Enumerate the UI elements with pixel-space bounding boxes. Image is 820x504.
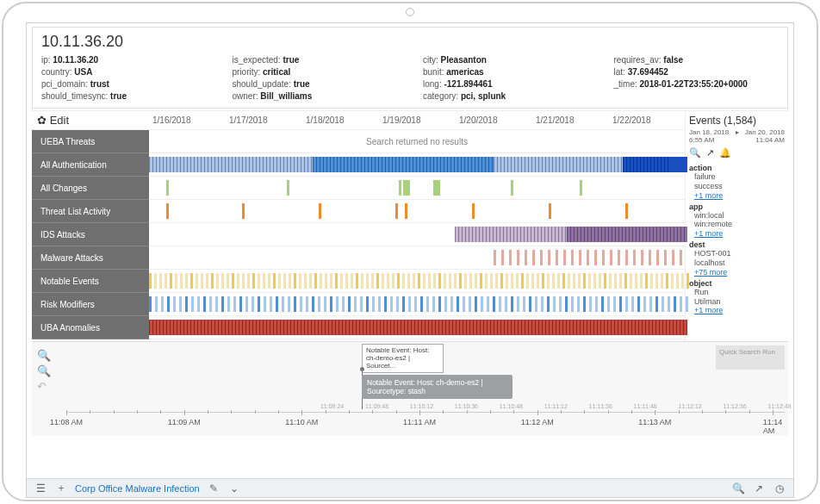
info-field-bunit: bunit: americas bbox=[423, 66, 588, 78]
swimlane[interactable] bbox=[149, 223, 685, 246]
data-bar bbox=[589, 296, 592, 312]
data-bar bbox=[485, 273, 488, 289]
data-segment bbox=[149, 320, 687, 335]
facet-dest: destHOST-001localhost+75 more bbox=[689, 240, 785, 277]
facet-value[interactable]: win:local bbox=[689, 211, 785, 221]
edit-pencil-icon[interactable]: ✎ bbox=[207, 482, 221, 495]
facet-value[interactable]: success bbox=[689, 182, 785, 191]
data-bar bbox=[444, 273, 446, 289]
data-bar bbox=[556, 250, 558, 265]
chevron-down-icon[interactable]: ⌄ bbox=[227, 482, 241, 495]
swimlane[interactable]: Search returned no results bbox=[149, 130, 685, 153]
lane-label[interactable]: Threat List Activity bbox=[32, 200, 149, 223]
data-bar bbox=[433, 273, 436, 289]
data-bar bbox=[233, 296, 236, 312]
time-ruler[interactable]: 11:08 AM11:09 AM11:10 AM11:11 AM11:12 AM… bbox=[66, 412, 785, 432]
swimlane[interactable] bbox=[149, 200, 685, 223]
data-bar bbox=[318, 296, 320, 312]
swimlane[interactable] bbox=[149, 246, 685, 270]
facet-name: action bbox=[689, 164, 785, 172]
data-bar bbox=[650, 273, 653, 289]
ruler-minor-label: 11:12:48 bbox=[767, 403, 791, 409]
data-bar bbox=[190, 273, 193, 289]
data-bar bbox=[573, 273, 575, 289]
data-bar bbox=[540, 250, 543, 265]
swimlane[interactable] bbox=[149, 316, 685, 339]
undo-icon[interactable]: ↶ bbox=[37, 380, 53, 395]
data-bar bbox=[511, 296, 513, 312]
swimlane[interactable] bbox=[149, 270, 685, 293]
data-bar bbox=[418, 273, 420, 289]
data-bar bbox=[258, 296, 260, 312]
facet-more-link[interactable]: +1 more bbox=[689, 191, 785, 200]
data-bar bbox=[475, 273, 477, 289]
data-bar bbox=[438, 273, 441, 289]
data-bar bbox=[580, 180, 582, 196]
lane-label[interactable]: UEBA Threats bbox=[32, 130, 149, 153]
data-bar bbox=[397, 273, 400, 289]
lane-label[interactable]: Malware Attacks bbox=[32, 246, 149, 270]
ruler-minor-label: 11:12:36 bbox=[723, 403, 746, 409]
data-bar bbox=[423, 273, 426, 289]
event-detail-card[interactable]: Notable Event: Host: ch-demo-es2 | Sourc… bbox=[362, 375, 512, 399]
open-icon[interactable]: ↗ bbox=[706, 147, 714, 159]
data-bar bbox=[542, 273, 544, 289]
swimlane[interactable] bbox=[149, 293, 685, 316]
search-icon[interactable]: 🔍 bbox=[689, 147, 701, 159]
lane-label[interactable]: All Authentication bbox=[32, 153, 149, 177]
facet-more-link[interactable]: +1 more bbox=[689, 306, 785, 314]
zoom-out-icon[interactable]: 🔍 bbox=[37, 364, 53, 380]
quick-search-card[interactable]: Quick Search Run bbox=[716, 345, 785, 370]
data-bar bbox=[211, 273, 214, 289]
facet-value[interactable]: Run bbox=[689, 288, 785, 297]
lane-label[interactable]: IDS Attacks bbox=[32, 223, 149, 246]
data-bar bbox=[438, 296, 441, 312]
facet-value[interactable]: HOST-001 bbox=[689, 249, 785, 258]
swimlane[interactable] bbox=[149, 153, 685, 177]
data-bar bbox=[191, 296, 194, 312]
lane-label[interactable]: Notable Events bbox=[32, 270, 149, 293]
zoom-in-icon[interactable]: 🔍 bbox=[37, 349, 53, 364]
data-bar bbox=[312, 296, 314, 312]
facet-value[interactable]: failure bbox=[689, 172, 785, 182]
facet-object: objectRunUtilman+1 more bbox=[689, 279, 785, 315]
facet-more-link[interactable]: +75 more bbox=[689, 268, 785, 277]
clock-icon[interactable]: ◷ bbox=[773, 482, 786, 495]
data-bar bbox=[601, 296, 604, 312]
data-bar bbox=[672, 250, 674, 265]
data-bar bbox=[662, 296, 664, 312]
data-bar bbox=[324, 296, 326, 312]
data-bar bbox=[432, 296, 435, 312]
add-icon[interactable]: ＋ bbox=[54, 481, 68, 495]
data-bar bbox=[294, 296, 296, 312]
lane-label[interactable]: UBA Anomalies bbox=[32, 316, 149, 339]
share-icon[interactable]: ↗ bbox=[752, 482, 766, 495]
facet-more-link[interactable]: +1 more bbox=[689, 229, 785, 238]
facet-value[interactable]: Utilman bbox=[689, 297, 785, 307]
search-icon[interactable]: 🔍 bbox=[731, 482, 745, 495]
data-bar bbox=[624, 273, 627, 289]
lane-label[interactable]: Risk Modifiers bbox=[32, 293, 149, 316]
data-bar bbox=[149, 296, 152, 312]
info-field-long: long: -121.894461 bbox=[423, 78, 588, 90]
ruler-major-label: 11:09 AM bbox=[168, 418, 201, 426]
list-icon[interactable]: ☰ bbox=[34, 482, 47, 495]
data-bar bbox=[614, 273, 617, 289]
bell-icon[interactable]: 🔔 bbox=[719, 147, 731, 159]
investigation-timeline[interactable]: 🔍 🔍 ↶ Notable Event: Host: ch-demo-es2 |… bbox=[32, 341, 788, 436]
facet-value[interactable]: win:remote bbox=[689, 220, 785, 229]
swimlane[interactable] bbox=[149, 177, 685, 200]
data-bar bbox=[206, 273, 208, 289]
lane-label[interactable]: All Changes bbox=[32, 177, 149, 200]
data-bar bbox=[319, 203, 321, 219]
data-bar bbox=[264, 296, 266, 312]
info-field-should_timesync: should_timesync: true bbox=[41, 90, 207, 103]
data-bar bbox=[505, 296, 507, 312]
facet-value[interactable]: localhost bbox=[689, 258, 785, 268]
data-bar bbox=[356, 273, 358, 289]
investigation-title[interactable]: Corp Office Malware Infection bbox=[75, 483, 200, 494]
data-bar bbox=[287, 180, 289, 196]
data-bar bbox=[625, 250, 628, 265]
edit-button[interactable]: ✿ Edit bbox=[32, 111, 149, 130]
info-field-country: country: USA bbox=[41, 66, 207, 78]
